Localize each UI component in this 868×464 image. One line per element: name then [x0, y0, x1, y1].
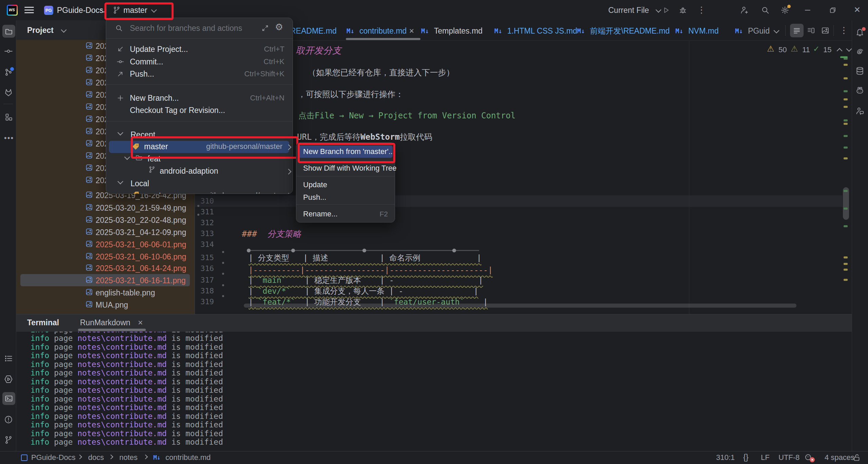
caret-position-widget[interactable]: 310:1	[716, 454, 735, 461]
branch-name-master[interactable]: master	[144, 143, 168, 151]
menu-item-update-project[interactable]: Update Project...	[130, 45, 188, 53]
tree-file-label[interactable]: 2025-03-21_06-14-24.png	[96, 265, 186, 272]
tab-contribute[interactable]: contribute.md	[359, 27, 407, 35]
prev-problem-button[interactable]	[837, 48, 843, 54]
branch-widget[interactable]: master	[123, 6, 147, 14]
terminal-output[interactable]: info page notes\contribute.md is modifie…	[16, 332, 852, 451]
inspections-weak-warning-icon[interactable]: ⚠	[791, 45, 798, 53]
search-everywhere-icon[interactable]	[761, 6, 770, 15]
tree-file-label[interactable]: 2025-03-21_06-16-11.png	[96, 277, 186, 285]
recent-section-chevron-icon[interactable]	[118, 130, 123, 136]
feat-folder-chevron-icon[interactable]	[124, 154, 130, 160]
local-section-chevron-icon[interactable]	[118, 179, 123, 185]
stripe-mark-ok[interactable]	[844, 208, 848, 210]
md-view-editor-button[interactable]	[790, 24, 804, 37]
problems-tool-button[interactable]	[4, 415, 13, 424]
database-tool-button[interactable]	[855, 66, 864, 75]
popup-settings-gear-icon[interactable]: ⚙	[275, 23, 283, 32]
menu-item-push[interactable]: Push...	[303, 194, 326, 201]
window-maximize-button[interactable]	[829, 6, 837, 14]
tree-file-label[interactable]: english-table.png	[96, 289, 155, 297]
stripe-mark-ok[interactable]	[844, 135, 848, 137]
commit-tool-button[interactable]	[4, 47, 13, 56]
project-tool-button[interactable]	[2, 25, 15, 38]
run-config-selector[interactable]: Current File	[608, 6, 649, 14]
terminal-tool-button[interactable]	[2, 392, 15, 405]
inspections-weak-warning-count[interactable]: 11	[802, 46, 810, 54]
tab-html-css-js[interactable]: 1.HTML CSS JS.md	[507, 27, 577, 35]
branches-tool-button[interactable]	[4, 436, 13, 444]
inspections-typo-count[interactable]: 15	[823, 46, 831, 54]
branch-name-local-master[interactable]: master	[144, 192, 168, 194]
table-handle-dot[interactable]	[247, 249, 251, 252]
breadcrumb-docs[interactable]: docs	[88, 454, 104, 461]
lock-open-icon[interactable]	[852, 453, 861, 462]
plugin-robot-tool-button[interactable]	[855, 86, 864, 95]
next-problem-button[interactable]	[846, 46, 852, 52]
stripe-mark-warning[interactable]	[844, 269, 848, 271]
menu-item-commit[interactable]: Commit...	[130, 58, 163, 66]
gitlab-tool-button[interactable]	[4, 88, 13, 97]
ai-assistant-tool-button[interactable]	[855, 47, 864, 56]
tab-templates[interactable]: Templates.md	[434, 27, 482, 35]
tab-pguid[interactable]: PGuid	[748, 27, 770, 35]
more-actions-button[interactable]: ⋮	[697, 5, 706, 14]
menu-item-show-diff[interactable]: Show Diff with Working Tree	[303, 165, 397, 172]
menu-item-push[interactable]: Push...	[130, 70, 154, 78]
tree-file-label[interactable]: 2025-03-21_06-06-01.png	[96, 241, 186, 249]
menu-item-checkout-tag[interactable]: Checkout Tag or Revision...	[130, 107, 225, 114]
branch-name-android-adaption[interactable]: android-adaption	[160, 167, 218, 175]
branch-search-input[interactable]: Search for branches and actions	[130, 24, 242, 32]
tab-nvm[interactable]: NVM.md	[688, 27, 718, 35]
stripe-mark-ok[interactable]	[844, 190, 848, 192]
more-tools-button[interactable]: •••	[4, 134, 14, 142]
tree-file-label[interactable]: MUA.png	[96, 301, 128, 309]
code-style-widget[interactable]: {}	[743, 453, 748, 461]
stripe-mark-warning[interactable]	[844, 263, 848, 265]
tree-file-label[interactable]: 2025-03-21_04-12-09.png	[96, 229, 186, 236]
stripe-mark-warning[interactable]	[844, 123, 848, 125]
stripe-mark-warning[interactable]	[844, 64, 848, 66]
stripe-mark-ok[interactable]	[844, 90, 848, 92]
md-view-preview-button[interactable]	[821, 26, 829, 35]
main-menu-button[interactable]	[24, 7, 34, 14]
terminal-tool-label[interactable]: Terminal	[27, 319, 59, 327]
debug-button[interactable]	[679, 6, 687, 14]
add-user-icon[interactable]	[740, 6, 749, 15]
inspections-warning-count[interactable]: 50	[778, 46, 787, 54]
indent-widget[interactable]: 4 spaces	[825, 454, 854, 461]
chat-tool-button[interactable]	[855, 107, 864, 115]
tree-file-label[interactable]: 2025-03-20_21-59-49.png	[96, 204, 186, 212]
inspections-typo-icon[interactable]: ✓	[813, 45, 820, 53]
stripe-mark-ok[interactable]	[844, 225, 848, 227]
stripe-mark-warning[interactable]	[844, 256, 848, 258]
table-handle-dot[interactable]	[362, 249, 366, 252]
open-in-tool-window-icon[interactable]	[261, 24, 269, 32]
tree-file-label[interactable]: 2025-03-21_06-10-06.png	[96, 253, 186, 261]
services-tool-button[interactable]	[4, 374, 13, 384]
menu-item-update[interactable]: Update	[303, 181, 327, 189]
encoding-widget[interactable]: UTF-8	[778, 454, 800, 461]
terminal-tab-close-icon[interactable]: ✕	[138, 320, 143, 326]
tabbar-more-button[interactable]: ⋮	[840, 26, 848, 35]
breadcrumb-project[interactable]: PGuide-Docs	[31, 454, 76, 461]
run-button[interactable]	[662, 6, 670, 14]
stripe-mark-warning[interactable]	[844, 157, 848, 159]
window-close-button[interactable]: ✕	[854, 6, 861, 14]
structure-tool-button[interactable]	[4, 113, 13, 121]
editor-vscrollbar[interactable]	[843, 187, 849, 220]
tree-file-label[interactable]: 2025-03-20_22-02-48.png	[96, 216, 186, 224]
tab-close-icon[interactable]: ✕	[409, 28, 414, 34]
line-ending-widget[interactable]: LF	[761, 454, 770, 461]
stripe-mark-warning[interactable]	[844, 279, 848, 281]
branch-folder-feat[interactable]: feat	[147, 155, 160, 163]
tab-readme[interactable]: README.md	[290, 27, 337, 35]
stripe-mark-warning[interactable]	[844, 98, 848, 100]
menu-item-rename[interactable]: Rename...	[303, 210, 338, 218]
table-handle-dot[interactable]	[291, 249, 295, 252]
breadcrumb-file[interactable]: contribute.md	[165, 454, 211, 461]
table-handle-dot[interactable]	[452, 249, 456, 252]
stripe-mark-warning[interactable]	[844, 77, 848, 79]
md-view-split-button[interactable]	[807, 26, 815, 35]
terminal-tab-runmarkdown[interactable]: RunMarkdown	[80, 319, 130, 327]
